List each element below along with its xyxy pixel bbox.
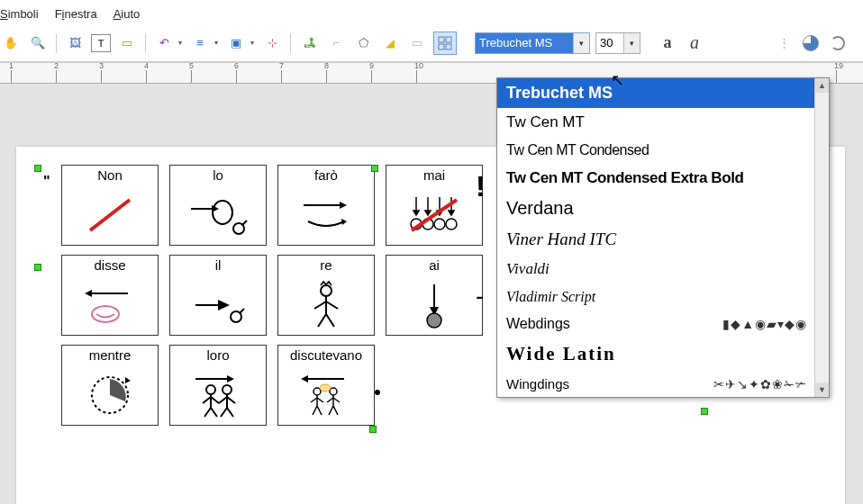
svg-point-52 [223,385,232,394]
undo-icon[interactable]: ↶ [153,32,175,54]
svg-line-49 [211,397,219,403]
scroll-up-icon[interactable]: ▲ [815,78,829,93]
font-size-combo[interactable]: ▾ [595,32,640,54]
symbol-cell[interactable]: disse [61,255,159,336]
svg-line-70 [329,406,333,415]
align-icon[interactable]: ≡ [189,32,211,54]
connect-icon[interactable]: ⊹ [261,32,283,54]
symbol-label: loro [170,346,266,364]
svg-point-41 [427,313,441,328]
frame-icon[interactable]: ▭ [116,32,138,54]
selection-handle[interactable] [369,426,377,433]
svg-line-37 [318,314,326,327]
symbol-cell[interactable]: lo [169,165,267,246]
symbol-pic-disse [62,274,158,335]
svg-point-33 [321,285,332,296]
symbol-cell[interactable]: mai [386,165,483,246]
font-name-combo[interactable]: ▾ [475,32,590,54]
arc-icon[interactable] [827,32,849,54]
font-option[interactable]: Trebuchet MS [497,78,829,108]
undo-dropdown-icon[interactable]: ▾ [178,39,182,47]
stack-icon[interactable]: ▣ [225,32,247,54]
selection-handle[interactable] [34,264,41,271]
svg-rect-1 [446,37,451,42]
note-icon[interactable]: ▭ [406,32,428,54]
symbol-label: discutevano [278,346,374,364]
picture-icon[interactable]: 🏞 [298,32,320,54]
svg-marker-20 [449,211,454,215]
font-option[interactable]: Vivaldi [497,255,829,284]
symbol-cell[interactable]: discutevano [277,345,375,426]
scrollbar[interactable]: ▲ ▼ [814,78,829,397]
hand-icon[interactable]: ✋ [0,32,22,54]
svg-line-63 [317,398,323,402]
svg-marker-43 [125,377,131,383]
symbol-label: ai [386,256,482,274]
italic-button[interactable]: a [684,32,705,54]
lasso-icon[interactable]: ⬠ [352,32,374,54]
highlight-icon[interactable]: ◢ [379,32,401,54]
font-size-dropdown-button[interactable]: ▾ [623,33,640,53]
menubar: Simboli Finestra Aiuto [0,0,863,28]
selection-handle[interactable] [34,165,41,172]
font-name-input[interactable] [476,33,573,53]
svg-point-72 [320,384,331,392]
font-option[interactable]: Webdings▮◆▲◉▰▾◆◉ [497,310,829,338]
font-option[interactable]: Tw Cen MT Condensed [497,137,829,164]
font-option[interactable]: Tw Cen MT [497,108,829,137]
font-option[interactable]: Verdana [497,193,829,224]
font-name-dropdown-button[interactable]: ▾ [573,33,589,53]
symbol-label: disse [62,256,158,274]
font-option-label: Wingdings [506,376,569,392]
svg-line-4 [90,200,130,230]
font-option[interactable]: Viner Hand ITC [497,224,829,255]
svg-rect-0 [439,37,444,42]
menu-finestra[interactable]: Finestra [55,7,97,21]
svg-line-32 [240,309,244,313]
stack-dropdown-icon[interactable]: ▾ [250,39,254,47]
symbol-pic-mentre [62,364,158,425]
text-box-icon[interactable]: T [91,34,111,52]
menu-aiuto[interactable]: Aiuto [114,7,141,21]
symbol-label: mai [386,166,482,184]
font-option[interactable]: Wingdings✂✈↘✦✿❀✁✃ [497,371,829,397]
svg-line-9 [242,220,247,225]
menu-simboli[interactable]: Simboli [0,7,39,21]
font-option[interactable]: Tw Cen MT Condensed Extra Bold [497,164,829,193]
symbol-pic-loro [170,364,266,425]
svg-line-48 [203,397,211,403]
symbol-cell[interactable]: ai [386,255,483,336]
font-dropdown: Trebuchet MSTw Cen MTTw Cen MT Condensed… [496,77,830,398]
svg-marker-45 [227,375,234,382]
symbol-cell[interactable]: il [169,255,267,336]
selection-handle[interactable] [701,408,708,415]
selection-handle[interactable] [371,165,378,172]
font-option-label: Trebuchet MS [506,84,613,103]
align-dropdown-icon[interactable]: ▾ [214,39,218,47]
font-option[interactable]: Vladimir Script [497,284,829,310]
image-icon[interactable]: 🖼 [64,32,86,54]
symbol-cell[interactable]: loro [169,345,267,426]
font-option-label: Vladimir Script [506,289,595,305]
font-option-label: Wide Latin [506,343,616,365]
bold-button[interactable]: a [657,32,678,54]
font-option[interactable]: Wide Latin [497,338,829,371]
pie-chart-icon[interactable] [800,32,822,54]
symbol-label: lo [170,166,266,184]
crop-icon[interactable]: ⌐ [325,32,347,54]
symbol-cell[interactable]: farò [277,165,375,246]
scroll-down-icon[interactable]: ▼ [815,382,829,397]
symbol-cell[interactable]: re [277,255,375,336]
zoom-icon[interactable]: 🔍 [27,32,49,54]
svg-line-68 [327,398,333,402]
font-size-input[interactable] [596,33,623,53]
svg-line-62 [311,398,317,402]
separator [145,33,146,53]
grid-toggle-icon[interactable] [433,32,457,55]
more-icon[interactable]: ⋮ [773,32,795,54]
symbol-pic-discutevano [278,364,374,425]
symbol-cell[interactable]: mentre [61,345,159,426]
font-option-label: Tw Cen MT Condensed Extra Bold [506,169,743,187]
symbol-cell[interactable]: Non [61,165,159,246]
svg-marker-12 [341,219,347,225]
